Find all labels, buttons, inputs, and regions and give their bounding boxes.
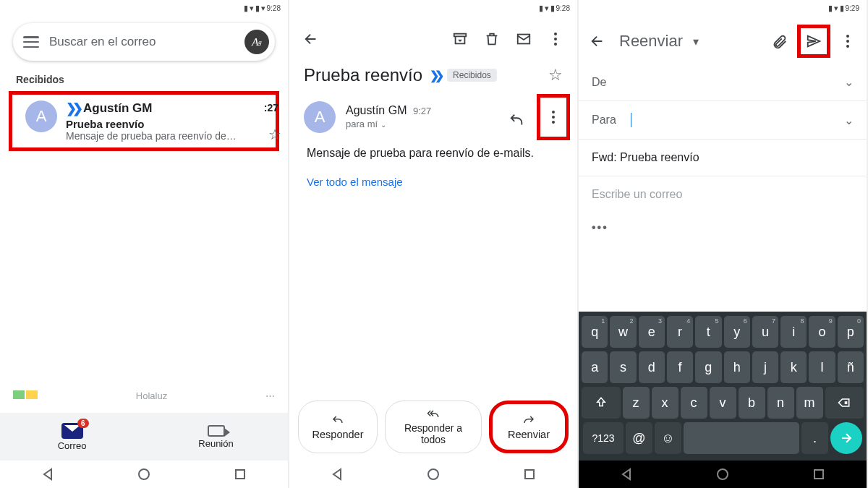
message-more-button[interactable]	[537, 94, 570, 140]
forward-button[interactable]: Reenviar	[489, 401, 569, 453]
reply-all-button[interactable]: Responder a todos	[385, 401, 482, 453]
account-avatar[interactable]: Ag	[244, 30, 269, 54]
nav-recent-icon[interactable]	[523, 468, 536, 481]
inbox-panel: ▮▾▮▾ 9:28 Buscar en el correo Ag Recibid…	[0, 0, 289, 488]
reply-icon[interactable]	[503, 107, 529, 133]
to-field[interactable]: Para ⌄	[579, 101, 867, 140]
period-key[interactable]: .	[801, 422, 828, 454]
key-x[interactable]: x	[652, 387, 678, 419]
archive-button[interactable]	[447, 26, 473, 52]
star-icon[interactable]: ☆	[268, 126, 281, 143]
key-n[interactable]: n	[767, 387, 794, 419]
key-j[interactable]: j	[752, 351, 778, 383]
overflow-button[interactable]	[835, 28, 861, 54]
mark-unread-button[interactable]	[511, 26, 537, 52]
nav-back-icon[interactable]	[41, 468, 54, 481]
key-z[interactable]: z	[623, 387, 650, 419]
shift-key[interactable]	[582, 387, 621, 419]
key-e[interactable]: e3	[639, 316, 665, 348]
key-a[interactable]: a	[582, 351, 608, 383]
nav-meet-label: Reunión	[198, 438, 233, 449]
bottom-nav: 6 Correo Reunión	[0, 413, 288, 461]
key-ñ[interactable]: ñ	[838, 351, 864, 383]
key-w[interactable]: w2	[610, 316, 636, 348]
symbols-key[interactable]: ?123	[583, 422, 624, 454]
reply-button[interactable]: Responder	[298, 401, 378, 453]
unread-badge: 6	[77, 419, 89, 428]
search-bar[interactable]: Buscar en el correo Ag	[13, 23, 275, 61]
key-b[interactable]: b	[739, 387, 765, 419]
label-chip[interactable]: Recibidos	[447, 69, 497, 82]
nav-home-icon[interactable]	[137, 468, 150, 481]
compose-panel: ▮▾▮ 9:29 Reenviar ▾ De ⌄ Para ⌄ Fwd: Pru…	[579, 0, 868, 488]
quoted-text-toggle[interactable]: •••	[579, 213, 867, 243]
key-k[interactable]: k	[780, 351, 807, 383]
key-t[interactable]: t5	[695, 316, 721, 348]
overflow-button[interactable]	[542, 26, 569, 52]
important-icon[interactable]: ❯❯	[430, 69, 440, 82]
enter-key[interactable]	[830, 422, 862, 454]
key-s[interactable]: s	[610, 351, 636, 383]
delete-button[interactable]	[479, 26, 505, 52]
nav-mail[interactable]: 6 Correo	[0, 413, 144, 461]
key-d[interactable]: d	[639, 351, 665, 383]
back-button[interactable]	[584, 28, 610, 54]
show-full-message-link[interactable]: Ver todo el mensaje	[289, 164, 577, 200]
attach-button[interactable]	[767, 28, 793, 54]
key-o[interactable]: o9	[809, 316, 835, 348]
important-icon: ❯❯	[66, 100, 79, 116]
at-key[interactable]: @	[626, 422, 652, 454]
nav-recent-icon[interactable]	[234, 468, 247, 481]
send-button[interactable]	[797, 25, 830, 58]
back-button[interactable]	[298, 26, 324, 52]
backspace-key[interactable]	[825, 387, 864, 419]
key-v[interactable]: v	[710, 387, 736, 419]
more-icon	[552, 111, 555, 124]
nav-recent-icon[interactable]	[812, 468, 825, 481]
from-label: De	[592, 76, 624, 89]
nav-home-icon[interactable]	[427, 468, 440, 481]
subject-text: Prueba reenvío	[304, 65, 422, 85]
dropdown-icon[interactable]: ▾	[693, 35, 699, 48]
nav-meet[interactable]: Reunión	[144, 413, 288, 461]
key-c[interactable]: c	[681, 387, 707, 419]
from-field[interactable]: De ⌄	[579, 64, 867, 101]
key-q[interactable]: q1	[582, 316, 608, 348]
nav-home-icon[interactable]	[716, 468, 729, 481]
body-placeholder: Escribe un correo	[592, 188, 682, 201]
reply-actions-row: Responder Responder a todos Reenviar	[289, 401, 577, 453]
nav-back-icon[interactable]	[331, 468, 344, 481]
recipient-label[interactable]: para mí ⌄	[346, 119, 386, 129]
key-f[interactable]: f	[667, 351, 693, 383]
key-p[interactable]: p0	[838, 316, 864, 348]
message-toolbar	[289, 16, 577, 59]
sent-time: 9:27	[413, 106, 431, 116]
search-placeholder: Buscar en el correo	[49, 35, 234, 49]
body-field[interactable]: Escribe un correo	[579, 176, 867, 213]
key-g[interactable]: g	[695, 351, 721, 383]
chevron-down-icon: ⌄	[844, 75, 854, 89]
key-y[interactable]: y6	[724, 316, 750, 348]
mail-list-item[interactable]: A ❯❯ Agustín GM Prueba reenvío Mensaje d…	[9, 91, 279, 151]
svg-rect-7	[525, 470, 534, 479]
key-l[interactable]: l	[809, 351, 835, 383]
menu-icon[interactable]	[23, 36, 39, 48]
emoji-key[interactable]: ☺	[655, 422, 681, 454]
key-h[interactable]: h	[724, 351, 750, 383]
subject-field[interactable]: Fwd: Prueba reenvío	[579, 140, 867, 176]
space-key[interactable]	[684, 422, 799, 454]
key-i[interactable]: i8	[780, 316, 807, 348]
status-bar: ▮▾▮ 9:28	[289, 0, 577, 16]
sender-avatar[interactable]: A	[304, 101, 336, 133]
star-icon[interactable]: ☆	[548, 66, 563, 85]
nav-back-icon[interactable]	[620, 468, 633, 481]
soft-keyboard: q1w2e3r4t5y6u7i8o9p0 asdfghjklñ zxcvbnm …	[579, 312, 867, 461]
compose-mode-label[interactable]: Reenviar	[619, 32, 683, 51]
key-u[interactable]: u7	[752, 316, 778, 348]
to-label: Para	[592, 114, 624, 127]
section-label: Recibidos	[0, 71, 288, 91]
key-r[interactable]: r4	[667, 316, 693, 348]
key-m[interactable]: m	[796, 387, 823, 419]
message-header: A Agustín GM 9:27 para mí ⌄	[289, 93, 577, 142]
subject-row: Prueba reenvío ❯❯ Recibidos ☆	[289, 59, 577, 93]
